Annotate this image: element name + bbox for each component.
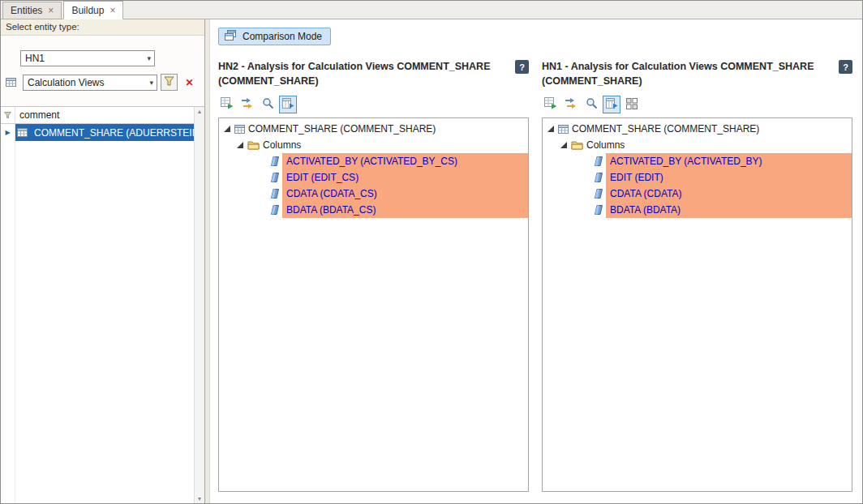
tree-item[interactable]: BDATA (BDATA_CS)	[219, 202, 528, 218]
column-icon	[271, 205, 279, 215]
tab-entities[interactable]: Entities ×	[2, 2, 62, 19]
table-icon	[558, 124, 569, 135]
tree-item[interactable]: EDIT (EDIT)	[543, 169, 852, 186]
expand-arrows-button[interactable]	[238, 96, 256, 113]
comparison-panel-hn2: HN2 - Analysis for Calculation Views COM…	[218, 60, 529, 492]
tree-node-columns[interactable]: Columns	[219, 137, 528, 153]
tree-item-label: CDATA (CDATA_CS)	[282, 186, 528, 202]
tree-folder-label: Columns	[586, 139, 625, 151]
expand-icon[interactable]	[560, 142, 567, 148]
zoom-icon	[262, 97, 274, 112]
column-icon	[271, 173, 279, 182]
tree-node-root[interactable]: COMMENT_SHARE (COMMENT_SHARE)	[543, 121, 852, 137]
grid-column-header[interactable]: comment	[15, 107, 194, 123]
compare-columns-button[interactable]	[279, 96, 297, 113]
entity-type-dropdown[interactable]: HN1 ▾	[20, 50, 155, 66]
tree-item[interactable]: BDATA (BDATA)	[543, 202, 852, 218]
grid-filter-button[interactable]	[1, 107, 15, 123]
tab-buildup[interactable]: Buildup ×	[63, 1, 123, 19]
tree-item[interactable]: ACTIVATED_BY (ACTIVATED_BY)	[543, 153, 852, 169]
content-area: Select entity type: HN1 ▾ Calculation Vi…	[1, 19, 862, 503]
view-type-dropdown[interactable]: Calculation Views ▾	[23, 75, 157, 91]
panel-toolbar	[218, 96, 529, 113]
compare-columns-icon	[282, 98, 294, 112]
table-icon	[17, 127, 28, 138]
panel-title: HN2 - Analysis for Calculation Views COM…	[218, 60, 507, 88]
expand-icon[interactable]	[237, 142, 243, 148]
main-area: Comparison Mode HN2 - Analysis for Calcu…	[210, 19, 862, 503]
close-icon[interactable]: ×	[48, 6, 54, 15]
zoom-button[interactable]	[259, 96, 277, 113]
tree-root-label: COMMENT_SHARE (COMMENT_SHARE)	[248, 123, 436, 135]
tree-item[interactable]: CDATA (CDATA)	[543, 186, 852, 202]
sidebar-scrollbar[interactable]: ▲ ▼	[194, 107, 204, 503]
tree-item-label: EDIT (EDIT_CS)	[282, 169, 528, 186]
chevron-down-icon: ▾	[145, 54, 152, 62]
grid-view-button[interactable]	[623, 96, 641, 113]
row-indicator-icon: ▶	[5, 129, 10, 136]
tree-item-label: BDATA (BDATA)	[606, 202, 852, 218]
panel-header: HN1 - Analysis for Calculation Views COM…	[542, 60, 852, 88]
compare-columns-button[interactable]	[603, 96, 620, 113]
calculation-views-icon	[6, 77, 16, 88]
close-icon[interactable]: ×	[109, 6, 115, 15]
application-window: Entities × Buildup × Select entity type:…	[0, 0, 863, 504]
panel-title: HN1 - Analysis for Calculation Views COM…	[542, 60, 831, 88]
filter-button[interactable]	[161, 74, 178, 91]
zoom-button[interactable]	[582, 96, 600, 113]
scroll-down-icon[interactable]: ▼	[197, 496, 203, 502]
clear-filter-icon: ✕	[185, 77, 193, 88]
view-type-value: Calculation Views	[28, 77, 105, 88]
expand-arrows-icon	[241, 97, 254, 112]
column-icon	[595, 156, 603, 166]
tree-item-label: ACTIVATED_BY (ACTIVATED_BY)	[606, 153, 852, 169]
folder-icon	[247, 140, 260, 150]
grid-empty-area	[1, 141, 194, 503]
sidebar-controls: HN1 ▾ Calculation Views ▾	[1, 36, 204, 106]
entity-grid: comment ▶ COMMENT_SHARE (ADUERRSTEIN_T	[1, 106, 204, 503]
export-excel-icon	[221, 97, 234, 112]
export-excel-button[interactable]	[542, 96, 560, 113]
tree-item-label: EDIT (EDIT)	[606, 169, 852, 186]
help-icon[interactable]: ?	[839, 60, 852, 74]
grid-header: comment	[1, 107, 194, 124]
table-icon	[234, 124, 245, 135]
tree-node-columns[interactable]: Columns	[543, 137, 852, 153]
comparison-mode-icon	[224, 30, 237, 44]
sidebar-header: Select entity type:	[1, 19, 204, 36]
comparison-panel-hn1: HN1 - Analysis for Calculation Views COM…	[542, 60, 852, 492]
compare-columns-icon	[606, 98, 618, 112]
expand-arrows-icon	[565, 97, 577, 112]
tree-item[interactable]: EDIT (EDIT_CS)	[219, 169, 528, 186]
tree-item[interactable]: CDATA (CDATA_CS)	[219, 186, 528, 202]
tree-item-label: CDATA (CDATA)	[606, 186, 852, 202]
export-excel-icon	[544, 97, 557, 112]
grid-row-selected[interactable]: ▶ COMMENT_SHARE (ADUERRSTEIN_T	[1, 124, 194, 141]
column-icon	[595, 189, 603, 199]
tree-hn1: COMMENT_SHARE (COMMENT_SHARE) Columns	[542, 117, 852, 492]
panel-header: HN2 - Analysis for Calculation Views COM…	[218, 60, 529, 88]
tree-node-root[interactable]: COMMENT_SHARE (COMMENT_SHARE)	[219, 121, 528, 137]
expand-arrows-button[interactable]	[562, 96, 580, 113]
export-excel-button[interactable]	[218, 96, 236, 113]
comparison-mode-button[interactable]: Comparison Mode	[218, 28, 331, 45]
tab-buildup-label: Buildup	[71, 5, 104, 16]
expand-icon[interactable]	[224, 126, 230, 132]
column-icon	[595, 205, 603, 215]
zoom-icon	[586, 97, 598, 112]
grid-view-icon	[626, 98, 638, 112]
tab-bar: Entities × Buildup ×	[1, 1, 862, 19]
grid-row-label: COMMENT_SHARE (ADUERRSTEIN_T	[34, 127, 194, 139]
filter-icon	[4, 109, 11, 121]
expand-icon[interactable]	[547, 126, 554, 132]
comparison-panels: HN2 - Analysis for Calculation Views COM…	[218, 60, 852, 492]
chevron-down-icon: ▾	[148, 79, 155, 87]
tree-item-label: ACTIVATED_BY (ACTIVATED_BY_CS)	[282, 153, 528, 169]
tree-item[interactable]: ACTIVATED_BY (ACTIVATED_BY_CS)	[219, 153, 528, 169]
comparison-mode-label: Comparison Mode	[243, 31, 322, 42]
sidebar: Select entity type: HN1 ▾ Calculation Vi…	[1, 19, 205, 503]
scroll-up-icon[interactable]: ▲	[197, 109, 203, 114]
panel-toolbar	[542, 96, 852, 113]
clear-filter-button[interactable]: ✕	[181, 74, 198, 91]
help-icon[interactable]: ?	[515, 60, 529, 74]
